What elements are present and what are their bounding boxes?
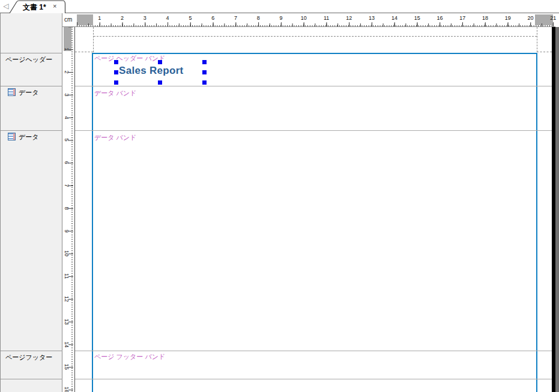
band-row-separator [1,379,62,379]
vertical-ruler-number: 13 [62,318,71,325]
horizontal-ruler-number: 2 [121,15,124,21]
vertical-ruler-number: 14 [62,340,71,348]
vertical-ruler-number: 9 [62,227,71,235]
page-footer-band-label: ページ フッター バンド [94,352,165,361]
selection-handle-bottom-center[interactable] [158,80,162,85]
selection-handle-top-left[interactable] [114,60,118,64]
selection-handle-top-center[interactable] [158,60,162,64]
vertical-ruler-number: 1 [62,46,71,53]
selection-handle-top-right[interactable] [202,60,207,64]
selection-handle-mid-right[interactable] [202,70,207,74]
horizontal-ruler-number: 7 [234,15,237,21]
band-row-separator [1,53,62,53]
outside-page-area [555,27,559,392]
band-list-panel: ページヘッダー データ データ ページフッター [0,13,62,392]
right-margin-guide [537,27,537,52]
band-row-label: ページフッター [5,354,52,361]
vertical-ruler-number: 11 [62,273,71,280]
horizontal-ruler-number: 13 [369,15,375,21]
band-separator[interactable] [75,130,552,131]
data-band-label-2: データ バンド [94,133,136,142]
margin-guide-corner-left [75,52,93,52]
page-left-edge [74,27,75,392]
band-separator[interactable] [75,351,552,351]
vertical-ruler-number: 6 [62,159,71,167]
horizontal-ruler-number: 16 [437,15,443,21]
ruler-border [62,26,555,27]
tab-title: 文書 1* [23,2,46,13]
horizontal-ruler-number: 1 [98,15,101,21]
horizontal-ruler: 123456789101112131415161718192021 [75,13,559,27]
horizontal-ruler-number: 20 [528,15,534,21]
document-tab-bar: ◁ 文書 1* × [0,0,559,13]
selection-handle-bottom-left[interactable] [114,80,118,85]
horizontal-ruler-number: 19 [505,15,511,21]
horizontal-ruler-number: 4 [166,15,169,21]
band-separator[interactable] [75,86,552,86]
left-margin-guide [93,27,94,52]
band-row-page-footer[interactable]: ページフッター [5,353,52,362]
document-tab[interactable]: 文書 1* × [8,0,67,13]
band-row-separator [1,86,62,86]
band-area-left-border [92,53,93,392]
horizontal-ruler-number: 14 [391,15,397,21]
horizontal-ruler-number: 6 [211,15,214,21]
selection-handle-bottom-right[interactable] [202,80,207,85]
band-row-separator [1,130,62,131]
vertical-ruler-number: 5 [62,136,71,144]
horizontal-ruler-number: 8 [257,15,260,21]
vertical-ruler-number: 3 [62,91,71,98]
vertical-ruler-number: 12 [62,295,71,303]
vertical-ruler-number: 15 [62,363,71,371]
band-row-page-header[interactable]: ページヘッダー [5,55,52,64]
band-row-label: データ [19,88,39,97]
horizontal-ruler-number: 21 [550,15,556,21]
data-band-icon [8,88,16,96]
margin-guide-corner-right [537,52,552,52]
vertical-ruler-number: 8 [62,204,71,212]
vertical-ruler-minor-ticks [71,27,73,392]
horizontal-ruler-number: 5 [189,15,192,21]
vertical-ruler-number: 10 [62,250,71,258]
top-margin-guide [94,36,537,37]
tab-close-icon[interactable]: × [53,2,56,10]
selected-textbox-control[interactable]: Sales Report [119,65,184,77]
vertical-ruler-number: 7 [62,182,71,190]
page-header-band-label: ページ ヘッダー バンド [94,54,165,63]
selection-handle-mid-left[interactable] [114,70,118,74]
vertical-ruler: cm 12345678910111213141516 [62,13,75,392]
band-row-label: ページヘッダー [5,56,52,63]
vertical-ruler-number: 2 [62,68,71,76]
data-band-label-1: データ バンド [94,89,136,98]
vertical-ruler-number: 16 [62,386,71,392]
horizontal-ruler-number: 10 [301,15,307,21]
band-row-separator [1,351,62,351]
horizontal-ruler-number: 15 [414,15,420,21]
report-designer-window: ◁ 文書 1* × ページヘッダー データ データ ページフッター [0,0,559,392]
vertical-ruler-number: 4 [62,113,71,121]
band-separator[interactable] [75,379,552,379]
horizontal-ruler-number: 17 [459,15,465,21]
data-band-icon [8,133,16,140]
horizontal-ruler-number: 3 [144,15,147,21]
horizontal-ruler-number: 12 [346,15,352,21]
band-area-right-border [536,53,537,392]
ruler-unit-label: cm [64,16,72,23]
horizontal-ruler-number: 9 [280,15,283,21]
horizontal-ruler-number: 11 [324,15,329,21]
band-row-label: データ [19,133,39,142]
horizontal-ruler-number: 18 [482,15,488,21]
